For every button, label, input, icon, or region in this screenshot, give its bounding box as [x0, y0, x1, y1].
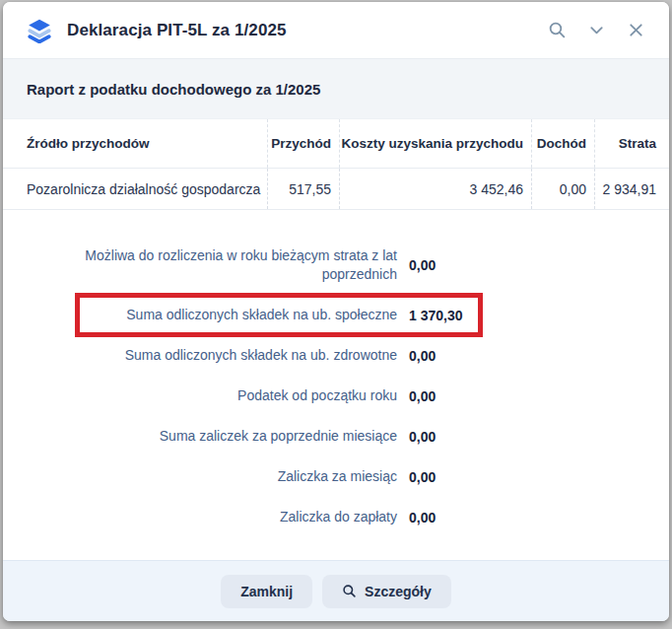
summary-label: Zaliczka za miesiąc [27, 467, 397, 486]
cell-source: Pozarolnicza działalność gospodarcza [3, 169, 267, 209]
summary-label: Suma odliczonych składek na ub. zdrowotn… [27, 346, 397, 365]
title-bar: Deklaracja PIT-5L za 1/2025 [3, 2, 669, 59]
dialog-window: Deklaracja PIT-5L za 1/2025 Raport z pod… [3, 2, 669, 621]
summary-row-previous-advances: Suma zaliczek za poprzednie miesiące 0,0… [27, 427, 669, 446]
search-icon [342, 584, 357, 598]
titlebar-actions [548, 21, 645, 39]
column-header-revenue: Przychód [267, 119, 339, 168]
table-header-row: Źródło przychodów Przychód Koszty uzyska… [3, 119, 669, 168]
column-header-source: Źródło przychodów [3, 119, 267, 168]
close-icon[interactable] [627, 21, 645, 39]
summary-row-social-contributions: Suma odliczonych składek na ub. społeczn… [27, 306, 669, 324]
summary-label: Zaliczka do zapłaty [27, 508, 397, 526]
details-button-label: Szczegóły [365, 584, 432, 599]
summary-value: 1 370,30 [409, 308, 463, 323]
summary-value: 0,00 [409, 469, 436, 485]
summary-value: 0,00 [409, 257, 436, 273]
table-row: Pozarolnicza działalność gospodarcza 517… [3, 168, 669, 210]
summary-label: Suma zaliczek za poprzednie miesiące [27, 427, 397, 446]
summary-section: Możliwa do rozliczenia w roku bieżącym s… [3, 210, 669, 548]
close-button-label: Zamknij [240, 584, 293, 599]
details-button[interactable]: Szczegóły [322, 575, 451, 608]
summary-value: 0,00 [409, 429, 436, 445]
column-header-costs: Koszty uzyskania przychodu [339, 119, 531, 168]
summary-label: Suma odliczonych składek na ub. społeczn… [27, 306, 397, 324]
summary-value: 0,00 [409, 510, 436, 525]
summary-row-tax-ytd: Podatek od początku roku 0,00 [27, 386, 669, 405]
layers-icon [27, 18, 52, 43]
report-heading: Raport z podatku dochodowego za 1/2025 [27, 81, 320, 98]
summary-row-health-contributions: Suma odliczonych składek na ub. zdrowotn… [27, 346, 669, 365]
summary-label: Podatek od początku roku [27, 386, 397, 405]
summary-label: Możliwa do rozliczenia w roku bieżącym s… [27, 246, 397, 284]
report-heading-band: Raport z podatku dochodowego za 1/2025 [3, 59, 669, 119]
dialog-title: Deklaracja PIT-5L za 1/2025 [67, 21, 287, 40]
summary-value: 0,00 [409, 348, 436, 364]
close-button[interactable]: Zamknij [221, 575, 312, 608]
cell-income: 0,00 [531, 169, 594, 209]
cell-loss: 2 934,91 [594, 169, 669, 209]
summary-row-monthly-advance: Zaliczka za miesiąc 0,00 [27, 467, 669, 486]
column-header-loss: Strata [594, 119, 669, 168]
column-header-income: Dochód [531, 119, 594, 168]
cell-revenue: 517,55 [267, 169, 339, 209]
summary-row-carryover-loss: Możliwa do rozliczenia w roku bieżącym s… [27, 246, 669, 284]
summary-value: 0,00 [409, 388, 436, 404]
cell-costs: 3 452,46 [339, 169, 531, 209]
summary-row-advance-due: Zaliczka do zapłaty 0,00 [27, 508, 669, 526]
search-icon[interactable] [548, 21, 567, 39]
dialog-footer: Zamknij Szczegóły [3, 560, 669, 621]
chevron-down-icon[interactable] [587, 21, 606, 39]
